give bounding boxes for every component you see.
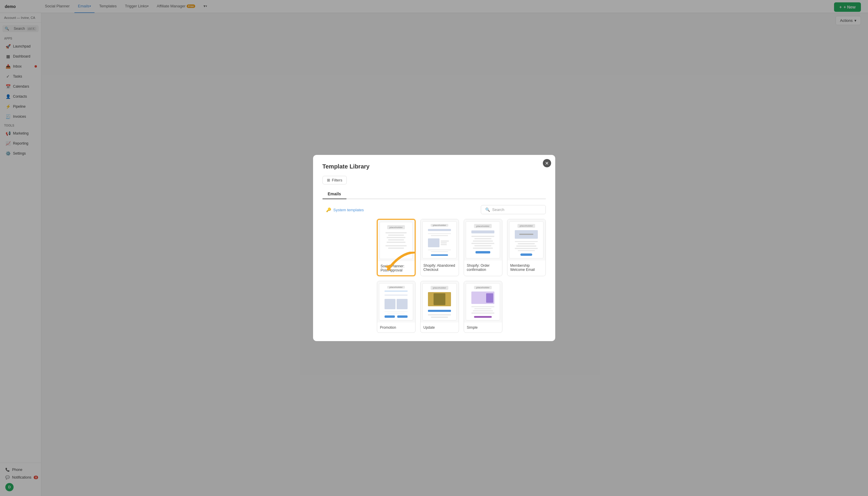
template-name-social-planner: Social Planner: Post Approval bbox=[378, 261, 415, 275]
template-thumb-social-planner: placeholder bbox=[378, 220, 415, 261]
modal-search[interactable]: 🔍 Search bbox=[481, 205, 546, 214]
filter-icon: ⊞ bbox=[327, 178, 330, 182]
key-icon: 🔑 bbox=[326, 207, 331, 212]
template-grid: placeholder Social Planner: Post Approva… bbox=[377, 219, 546, 333]
template-card-membership[interactable]: placeholder bbox=[507, 219, 546, 276]
template-thumb-shopify-abandoned: placeholder bbox=[421, 219, 459, 261]
search-placeholder-label: Search bbox=[492, 207, 505, 212]
template-name-promotion: Promotion bbox=[377, 323, 415, 332]
template-thumb-simple: placeholder bbox=[464, 281, 502, 323]
template-thumb-update: placeholder bbox=[421, 281, 459, 323]
modal-close-button[interactable]: ✕ bbox=[543, 159, 551, 167]
template-name-simple: Simple bbox=[464, 323, 502, 332]
template-card-promotion[interactable]: placeholder bbox=[377, 281, 416, 333]
template-card-simple[interactable]: placeholder Simple bbox=[464, 281, 503, 333]
filter-button[interactable]: ⊞ Filters bbox=[323, 176, 347, 184]
template-name-shopify-abandoned: Shopify: Abandoned Checkout bbox=[421, 261, 459, 275]
template-thumb-membership: placeholder bbox=[507, 219, 545, 261]
template-name-shopify-order: Shopify: Order confirmation bbox=[464, 261, 502, 275]
template-card-shopify-abandoned[interactable]: placeholder bbox=[420, 219, 459, 276]
modal-sidebar: 🔑 System templates bbox=[323, 205, 370, 333]
template-name-update: Update bbox=[421, 323, 459, 332]
template-card-update[interactable]: placeholder Update bbox=[420, 281, 459, 333]
system-templates-item[interactable]: 🔑 System templates bbox=[323, 205, 370, 215]
template-card-shopify-order[interactable]: placeholder Shopify: Ord bbox=[464, 219, 503, 276]
modal-title: Template Library bbox=[323, 163, 546, 170]
template-thumb-shopify-order: placeholder bbox=[464, 219, 502, 261]
modal-search-row: 🔍 Search bbox=[377, 205, 546, 214]
modal-tabs: Emails bbox=[323, 189, 546, 199]
template-name-membership: Membership Welcome Email bbox=[507, 261, 545, 275]
template-library-modal: ✕ Template Library ⊞ Filters Emails 🔑 Sy… bbox=[313, 155, 555, 341]
tab-emails[interactable]: Emails bbox=[323, 189, 346, 199]
modal-backdrop[interactable]: ✕ Template Library ⊞ Filters Emails 🔑 Sy… bbox=[0, 0, 868, 496]
modal-toolbar: ⊞ Filters bbox=[323, 176, 546, 184]
template-thumb-promotion: placeholder bbox=[377, 281, 415, 323]
search-icon: 🔍 bbox=[485, 207, 490, 212]
system-templates-label: System templates bbox=[333, 208, 364, 212]
modal-right: 🔍 Search placeholder bbox=[377, 205, 546, 333]
template-card-social-planner[interactable]: placeholder Social Planner: Post Approva… bbox=[377, 219, 416, 276]
modal-body: 🔑 System templates 🔍 Search bbox=[323, 205, 546, 333]
placeholder-logo: placeholder bbox=[387, 225, 405, 229]
